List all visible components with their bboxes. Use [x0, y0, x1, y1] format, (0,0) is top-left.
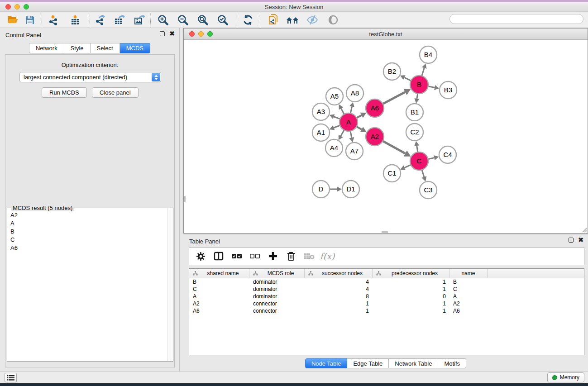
tab-edge-table[interactable]: Edge Table: [347, 358, 389, 368]
column-header-shared-name[interactable]: shared name: [189, 269, 249, 278]
graph-edge-A-A2[interactable]: [357, 127, 362, 129]
table-cell[interactable]: 0: [373, 293, 449, 300]
tab-mcds[interactable]: MCDS: [120, 43, 150, 53]
export-network-icon[interactable]: [92, 13, 109, 27]
tab-style[interactable]: Style: [64, 43, 91, 53]
graph-edge-B-B4[interactable]: [422, 68, 424, 76]
export-image-icon[interactable]: [131, 13, 148, 27]
column-header-name[interactable]: name: [449, 269, 488, 278]
network-graph[interactable]: B4B2BB3A8A5A6A3B1AA1C2A2A4A7C4CC1C3DD1: [184, 40, 588, 233]
node-table[interactable]: shared nameMCDS rolesuccessor nodesprede…: [189, 268, 584, 355]
optimization-criterion-select[interactable]: largest connected component (directed): [19, 72, 161, 82]
refresh-icon[interactable]: [240, 13, 256, 27]
mcds-result-list[interactable]: A2ABCA6: [8, 211, 167, 359]
save-session-icon[interactable]: [22, 13, 38, 27]
table-cell[interactable]: 4: [305, 278, 373, 286]
column-header-predecessor-nodes[interactable]: predecessor nodes: [373, 269, 449, 278]
column-panel-icon[interactable]: [213, 251, 225, 262]
table-cell[interactable]: 1: [305, 307, 373, 315]
unselect-all-columns-icon[interactable]: [249, 251, 261, 262]
mcds-result-item[interactable]: B: [8, 227, 167, 235]
import-table-icon[interactable]: [67, 13, 83, 27]
network-canvas[interactable]: B4B2BB3A8A5A6A3B1AA1C2A2A4A7C4CC1C3DD1: [184, 40, 588, 233]
table-cell[interactable]: 1: [305, 300, 373, 307]
mcds-result-item[interactable]: A: [8, 219, 167, 227]
graph-edge-A-A8[interactable]: [350, 107, 352, 114]
delete-table-icon[interactable]: [303, 251, 315, 262]
resize-grip-icon[interactable]: [581, 226, 587, 233]
tab-motifs[interactable]: Motifs: [438, 358, 466, 368]
table-cell[interactable]: 1: [373, 286, 449, 293]
duplicate-network-icon[interactable]: [265, 13, 282, 27]
hide-selected-icon[interactable]: [304, 13, 320, 27]
table-cell[interactable]: B: [449, 278, 488, 286]
network-window-titlebar[interactable]: testGlobe.txt: [184, 29, 588, 40]
graph-edge-C-C1[interactable]: [405, 165, 411, 167]
mcds-result-item[interactable]: A6: [8, 243, 167, 252]
graph-edge-A-A4[interactable]: [341, 130, 344, 136]
graph-edge-A-A1[interactable]: [334, 125, 340, 128]
export-table-icon[interactable]: [111, 13, 128, 27]
table-cell[interactable]: A: [189, 293, 249, 300]
table-cell[interactable]: 1: [373, 307, 449, 315]
graph-edge-A-A5[interactable]: [341, 109, 344, 114]
open-session-icon[interactable]: [5, 13, 21, 27]
graph-edge-B-B1[interactable]: [417, 94, 418, 99]
graph-edge-B-B2[interactable]: [404, 77, 411, 81]
run-mcds-button[interactable]: Run MCDS: [42, 87, 87, 98]
tab-node-table[interactable]: Node Table: [305, 358, 348, 368]
result-scrollbar[interactable]: [167, 208, 173, 361]
float-table-panel-icon[interactable]: [569, 238, 574, 243]
table-row[interactable]: A2connector11A2: [189, 300, 584, 307]
table-cell[interactable]: connector: [249, 307, 305, 315]
table-cell[interactable]: dominator: [249, 293, 305, 300]
float-panel-icon[interactable]: [160, 31, 165, 36]
table-row[interactable]: Cdominator41C: [189, 286, 584, 293]
add-column-icon[interactable]: [267, 251, 279, 262]
graph-edge-A6-B[interactable]: [383, 92, 405, 104]
table-cell[interactable]: 8: [305, 293, 373, 300]
graph-edge-A-A3[interactable]: [334, 117, 340, 119]
import-network-icon[interactable]: [45, 13, 62, 27]
graph-edge-C-C2[interactable]: [417, 146, 418, 152]
zoom-out-icon[interactable]: [175, 13, 191, 27]
column-header-successor-nodes[interactable]: successor nodes: [305, 269, 373, 278]
table-row[interactable]: Bdominator41B: [189, 278, 584, 286]
graph-edge-A-A7[interactable]: [350, 131, 352, 138]
search-input[interactable]: [449, 14, 583, 24]
close-panel-icon[interactable]: ✖: [169, 31, 175, 36]
table-cell[interactable]: connector: [249, 300, 305, 307]
table-cell[interactable]: C: [449, 286, 488, 293]
table-cell[interactable]: 1: [373, 278, 449, 286]
close-table-panel-icon[interactable]: ✖: [578, 238, 583, 243]
zoom-fit-icon[interactable]: [195, 13, 211, 27]
column-header-MCDS-role[interactable]: MCDS role: [249, 269, 305, 278]
tab-network-table[interactable]: Network Table: [389, 358, 438, 368]
table-cell[interactable]: 4: [305, 286, 373, 293]
table-cell[interactable]: 1: [373, 300, 449, 307]
graph-edge-B-B3[interactable]: [428, 86, 435, 88]
close-panel-button[interactable]: Close panel: [92, 87, 139, 98]
table-cell[interactable]: A: [449, 293, 488, 300]
table-cell[interactable]: B: [189, 278, 249, 286]
table-cell[interactable]: dominator: [249, 286, 305, 293]
show-all-icon[interactable]: [325, 13, 341, 27]
table-cell[interactable]: A2: [189, 300, 249, 307]
mcds-result-item[interactable]: C: [8, 235, 167, 243]
table-cell[interactable]: A6: [189, 307, 249, 315]
task-history-button[interactable]: [5, 373, 17, 382]
first-neighbors-icon[interactable]: [284, 13, 301, 27]
tab-select[interactable]: Select: [91, 43, 120, 53]
graph-edge-C-C4[interactable]: [428, 158, 435, 159]
function-builder-icon[interactable]: f(x): [321, 251, 333, 262]
table-cell[interactable]: C: [189, 286, 249, 293]
select-all-columns-icon[interactable]: [231, 251, 243, 262]
table-row[interactable]: A6connector11A6: [189, 307, 584, 315]
memory-button[interactable]: Memory: [547, 372, 584, 382]
graph-edge-C-C3[interactable]: [422, 170, 424, 177]
table-row[interactable]: Adominator80A: [189, 293, 584, 300]
zoom-selected-icon[interactable]: [215, 13, 231, 27]
delete-column-icon[interactable]: [285, 251, 297, 262]
graph-edge-A-A6[interactable]: [357, 115, 362, 118]
mcds-result-item[interactable]: A2: [8, 211, 167, 219]
